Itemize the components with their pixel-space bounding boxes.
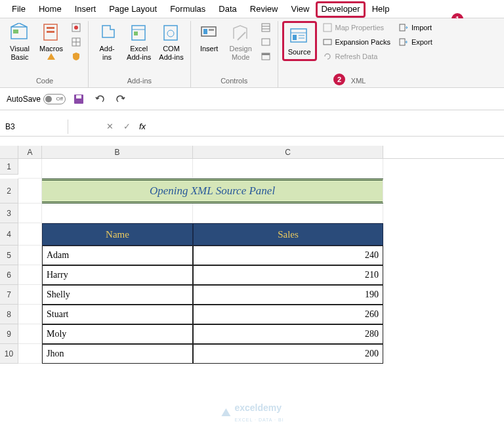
cell[interactable]: [18, 204, 42, 223]
expansion-packs-icon: [322, 37, 333, 47]
name-box[interactable]: [0, 119, 68, 134]
row-header[interactable]: 4: [0, 223, 18, 246]
excel-addins-icon: [129, 22, 150, 43]
row-header[interactable]: 7: [0, 285, 18, 305]
expansion-packs-button[interactable]: Expansion Packs: [320, 35, 393, 49]
name-box-input[interactable]: [5, 122, 62, 131]
tab-help[interactable]: Help: [366, 1, 396, 18]
export-button[interactable]: Export: [396, 35, 435, 49]
accept-formula-button[interactable]: ✓: [118, 121, 135, 131]
warning-icon: [47, 53, 55, 60]
com-addins-button[interactable]: COM Add-ins: [156, 21, 186, 63]
table-header-name[interactable]: Name: [42, 223, 193, 246]
cell[interactable]: [18, 159, 42, 179]
row-header[interactable]: 9: [0, 324, 18, 344]
tab-page-layout[interactable]: Page Layout: [102, 1, 163, 18]
import-button[interactable]: Import: [396, 21, 435, 34]
svg-rect-21: [262, 39, 270, 45]
tab-home[interactable]: Home: [32, 1, 68, 18]
cell[interactable]: [18, 324, 42, 344]
tab-review[interactable]: Review: [243, 1, 285, 18]
cell[interactable]: [18, 179, 42, 204]
select-all-corner[interactable]: [0, 146, 18, 158]
svg-rect-12: [134, 32, 138, 35]
table-cell-sales[interactable]: 210: [193, 265, 383, 285]
table-cell-sales[interactable]: 240: [193, 246, 383, 265]
row-header[interactable]: 1: [0, 159, 18, 175]
save-button[interactable]: [71, 91, 87, 107]
cell[interactable]: [18, 265, 42, 285]
addins-button[interactable]: Add- ins: [93, 21, 121, 63]
cell[interactable]: [42, 159, 193, 179]
cell[interactable]: [18, 223, 42, 246]
design-mode-button[interactable]: Design Mode: [226, 21, 255, 63]
run-dialog-button[interactable]: [258, 50, 274, 63]
group-controls-label: Controls: [220, 75, 247, 87]
table-cell-sales[interactable]: 200: [193, 344, 383, 364]
table-cell-name[interactable]: Adam: [42, 246, 193, 265]
col-header-a[interactable]: A: [18, 146, 42, 158]
table-header-sales[interactable]: Sales: [193, 223, 383, 246]
svg-rect-30: [324, 39, 331, 45]
autosave-toggle[interactable]: AutoSave Off: [7, 94, 66, 104]
row-header[interactable]: 2: [0, 179, 18, 204]
row-header[interactable]: 3: [0, 204, 18, 223]
tab-view[interactable]: View: [284, 1, 316, 18]
map-properties-button[interactable]: Map Properties: [320, 21, 393, 34]
row-header[interactable]: 10: [0, 344, 18, 364]
row-header[interactable]: 5: [0, 246, 18, 265]
cell[interactable]: [18, 305, 42, 324]
tab-developer[interactable]: Developer: [316, 1, 365, 18]
table-cell-name[interactable]: Jhon: [42, 344, 193, 364]
svg-rect-4: [47, 31, 54, 33]
tab-insert[interactable]: Insert: [68, 1, 103, 18]
visual-basic-button[interactable]: Visual Basic: [5, 21, 34, 63]
table-cell-sales[interactable]: 280: [193, 324, 383, 344]
col-header-b[interactable]: B: [42, 146, 193, 158]
cell[interactable]: [18, 285, 42, 305]
record-macro-button[interactable]: [68, 21, 84, 34]
macros-button[interactable]: Macros: [37, 21, 66, 61]
cell[interactable]: [193, 204, 383, 223]
table-cell-sales[interactable]: 190: [193, 285, 383, 305]
table-cell-name[interactable]: Shelly: [42, 285, 193, 305]
macro-security-button[interactable]: [68, 50, 84, 63]
tab-data[interactable]: Data: [212, 1, 243, 18]
table-cell-name[interactable]: Harry: [42, 265, 193, 285]
table-cell-name[interactable]: Moly: [42, 324, 193, 344]
group-xml: Source Map Properties Expansion Packs Re…: [278, 21, 439, 87]
visual-basic-label: Visual Basic: [10, 45, 30, 62]
properties-button[interactable]: [258, 21, 274, 34]
title-cell[interactable]: Opening XML Source Panel: [42, 179, 383, 204]
row-header[interactable]: 8: [0, 305, 18, 324]
view-code-button[interactable]: [258, 35, 274, 49]
table-cell-name[interactable]: Stuart: [42, 305, 193, 324]
tab-formulas[interactable]: Formulas: [163, 1, 212, 18]
svg-rect-16: [203, 29, 207, 34]
refresh-data-button[interactable]: Refresh Data: [320, 50, 393, 63]
svg-rect-29: [324, 24, 331, 32]
source-button[interactable]: Source: [282, 21, 317, 61]
row-header[interactable]: 6: [0, 265, 18, 285]
cell[interactable]: [193, 159, 383, 179]
cell[interactable]: [18, 246, 42, 265]
table-cell-sales[interactable]: 260: [193, 305, 383, 324]
insert-control-button[interactable]: Insert: [195, 21, 224, 54]
excel-addins-label: Excel Add-ins: [127, 45, 151, 62]
cancel-formula-button[interactable]: ✕: [101, 121, 118, 131]
cell[interactable]: [18, 344, 42, 364]
dialog-icon: [261, 51, 271, 62]
undo-button[interactable]: [92, 91, 108, 107]
visual-basic-icon: [9, 22, 30, 43]
col-header-c[interactable]: C: [193, 146, 383, 158]
relative-ref-button[interactable]: [68, 35, 84, 49]
cell[interactable]: [42, 204, 193, 223]
redo-button[interactable]: [113, 91, 129, 107]
svg-rect-18: [262, 24, 270, 32]
svg-point-14: [167, 30, 174, 37]
insert-control-icon: [199, 22, 220, 43]
fx-icon[interactable]: fx: [135, 121, 150, 131]
excel-addins-button[interactable]: Excel Add-ins: [124, 21, 154, 63]
tab-file[interactable]: File: [5, 1, 32, 18]
insert-control-label: Insert: [200, 45, 219, 53]
